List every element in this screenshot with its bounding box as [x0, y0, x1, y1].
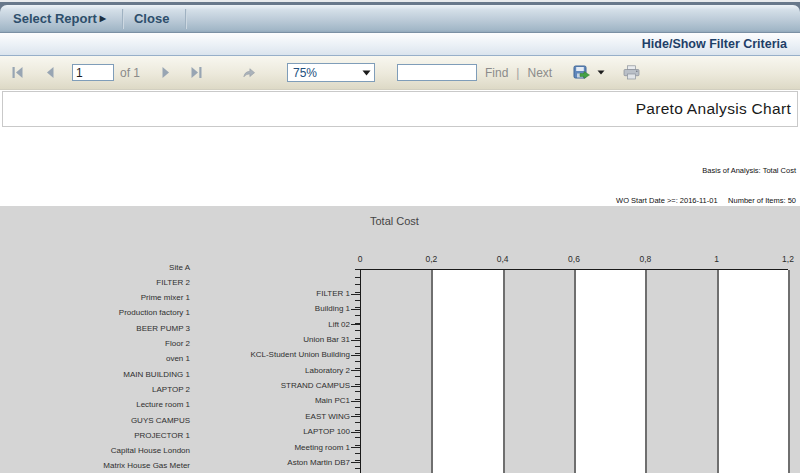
menu-bar: Select Report ▶ Close	[0, 5, 800, 33]
axis-label-tick	[351, 355, 360, 356]
category-label: Union Bar 31	[0, 335, 350, 344]
close-label: Close	[134, 11, 169, 26]
category-label: Building 1	[0, 304, 350, 313]
x-tick-label: 0,8	[639, 254, 651, 264]
caret-down-icon	[597, 70, 605, 75]
report-title-band: Pareto Analysis Chart	[2, 91, 798, 127]
axis-label-tick	[351, 462, 360, 463]
print-button[interactable]	[622, 66, 640, 80]
last-page-icon	[190, 66, 203, 79]
axis-label-tick	[351, 432, 360, 433]
x-tick-label: 0,4	[497, 254, 509, 264]
axis-label-tick	[351, 309, 360, 310]
axis-label-tick	[351, 447, 360, 448]
menu-separator	[123, 9, 124, 29]
category-label: Laboratory 2	[0, 366, 350, 375]
category-label: Lift 02	[0, 320, 350, 329]
report-title: Pareto Analysis Chart	[636, 100, 791, 118]
gridline	[503, 270, 505, 473]
menu-separator	[186, 9, 187, 29]
chart-title: Total Cost	[370, 215, 419, 227]
chevron-down-icon	[362, 70, 371, 76]
filter-criteria-toggle[interactable]: Hide/Show Filter Criteria	[0, 33, 800, 56]
first-page-icon	[11, 66, 24, 79]
plot-band	[646, 270, 717, 473]
menu-bar-strip: Select Report ▶ Close	[0, 0, 800, 33]
x-tick-label: 0	[358, 254, 363, 264]
last-page-button[interactable]	[188, 66, 204, 80]
axis-label-tick	[351, 370, 360, 371]
category-label: FILTER 1	[0, 289, 350, 298]
category-label: Meeting room 1	[0, 443, 350, 452]
submenu-arrow-icon: ▶	[100, 14, 106, 23]
gridline	[431, 270, 433, 473]
previous-page-icon	[44, 66, 57, 79]
find-next-divider: |	[516, 66, 519, 80]
x-tick-label: 1	[714, 254, 719, 264]
x-tick-label: 0,2	[425, 254, 437, 264]
report-body: Pareto Analysis Chart Basis of Analysis:…	[0, 90, 800, 473]
parent-report-icon	[243, 67, 255, 79]
report-viewer-window: Select Report ▶ Close Hide/Show Filter C…	[0, 0, 800, 473]
gridline	[645, 270, 647, 473]
axis-label-tick	[351, 386, 360, 387]
criteria-line: Basis of Analysis: Total Cost	[616, 166, 796, 176]
category-label: LAPTOP 100	[0, 427, 350, 436]
find-link[interactable]: Find	[485, 66, 508, 80]
next-page-button[interactable]	[157, 66, 173, 80]
category-label: Main PC1	[0, 396, 350, 405]
category-label: STRAND CAMPUS	[0, 381, 350, 390]
criteria-line: WO Start Date >=: 2016-11-01 Number of I…	[616, 196, 796, 206]
axis-label-tick	[351, 340, 360, 341]
axis-label-tick	[351, 294, 360, 295]
find-text-input[interactable]	[397, 64, 477, 81]
menu-item-close[interactable]: Close	[132, 11, 178, 26]
report-toolbar: of 1 75% Find | Next	[0, 56, 800, 90]
page-count-label: of 1	[120, 66, 140, 80]
x-tick-label: 1,2	[782, 254, 794, 264]
zoom-value: 75%	[293, 66, 317, 80]
next-link[interactable]: Next	[527, 66, 552, 80]
axis-label-tick	[351, 324, 360, 325]
category-label: Aston Martin DB7	[0, 458, 350, 467]
chart-axis-label-column: FILTER 1Building 1Lift 02Union Bar 31KCL…	[0, 206, 350, 473]
gridline	[574, 270, 576, 473]
menu-item-select-report[interactable]: Select Report ▶	[11, 11, 115, 26]
gridline	[717, 270, 719, 473]
plot-band	[504, 270, 575, 473]
axis-label-tick	[351, 416, 360, 417]
axis-label-tick	[351, 401, 360, 402]
select-report-label: Select Report	[13, 11, 97, 26]
category-label: EAST WING	[0, 412, 350, 421]
zoom-select[interactable]: 75%	[287, 63, 375, 82]
first-page-button[interactable]	[9, 66, 25, 80]
chart-plot-area	[360, 269, 788, 473]
plot-band	[361, 270, 432, 473]
parent-report-button[interactable]	[241, 66, 257, 80]
category-label: KCL-Student Union Building	[0, 350, 350, 359]
printer-icon	[623, 65, 640, 80]
export-dropdown-button[interactable]	[596, 66, 606, 80]
page-number-input[interactable]	[72, 64, 114, 81]
export-save-icon	[573, 65, 591, 81]
x-tick-label: 0,6	[568, 254, 580, 264]
export-button[interactable]	[572, 66, 592, 80]
gridline	[788, 270, 790, 473]
pareto-chart: Total Cost Site AFILTER 2Prime mixer 1Pr…	[0, 206, 800, 473]
next-page-icon	[159, 66, 172, 79]
previous-page-button[interactable]	[42, 66, 58, 80]
